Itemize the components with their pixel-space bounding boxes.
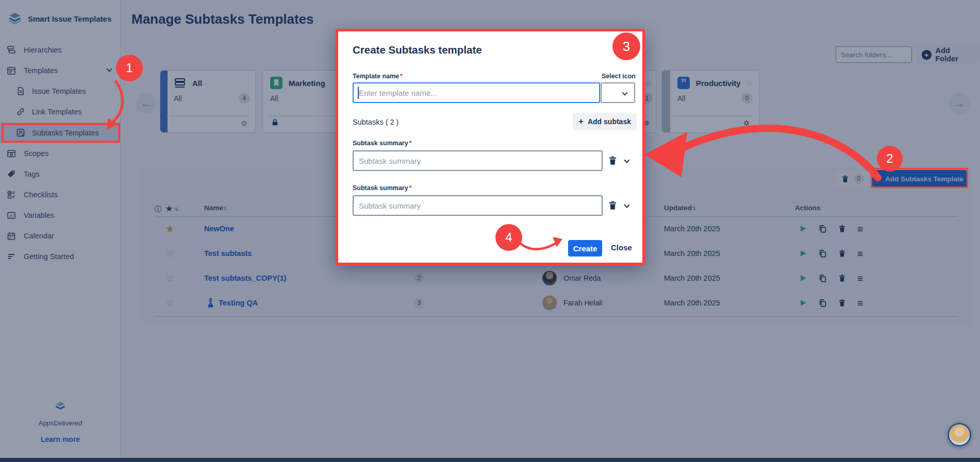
app-window: Smart Issue Templates Hierarchies Templa… <box>0 0 980 462</box>
subtask-summary-input[interactable] <box>353 150 603 171</box>
annotation-step-3: 3 <box>612 32 640 60</box>
close-button[interactable]: Close <box>611 243 632 252</box>
plus-icon: + <box>578 116 584 127</box>
required-asterisk: * <box>409 184 412 192</box>
trash-icon[interactable] <box>607 155 618 166</box>
select-icon-label: Select icon <box>602 73 636 80</box>
required-asterisk: * <box>409 140 412 147</box>
create-button[interactable]: Create <box>568 240 602 256</box>
annotation-box-subtasks-templates <box>2 123 120 143</box>
subtask-summary-input[interactable] <box>353 195 603 216</box>
subtasks-count-label: Subtasks ( 2 ) <box>353 118 398 126</box>
chevron-down-icon[interactable] <box>624 157 629 163</box>
annotation-box-add-template <box>871 168 968 188</box>
select-icon-dropdown[interactable] <box>601 82 635 103</box>
add-subtask-label: Add subtask <box>588 117 631 126</box>
trash-icon[interactable] <box>607 200 618 211</box>
subtask-summary-label: Subtask summary* <box>353 140 412 147</box>
annotation-step-2: 2 <box>877 146 903 172</box>
chat-widget-avatar[interactable] <box>948 423 971 447</box>
annotation-step-1: 1 <box>116 55 143 81</box>
add-subtask-button[interactable]: + Add subtask <box>573 113 637 130</box>
template-name-label: Template name* <box>353 73 403 80</box>
subtask-summary-label: Subtask summary* <box>353 184 412 192</box>
create-subtasks-template-modal: Create Subtasks template Template name* … <box>336 29 645 265</box>
text-caret <box>358 87 359 99</box>
annotation-step-4: 4 <box>495 224 522 251</box>
required-asterisk: * <box>400 73 403 80</box>
template-name-input[interactable] <box>353 82 600 103</box>
modal-title: Create Subtasks template <box>353 44 482 56</box>
chevron-down-icon[interactable] <box>624 202 629 208</box>
chevron-down-icon <box>622 90 627 95</box>
